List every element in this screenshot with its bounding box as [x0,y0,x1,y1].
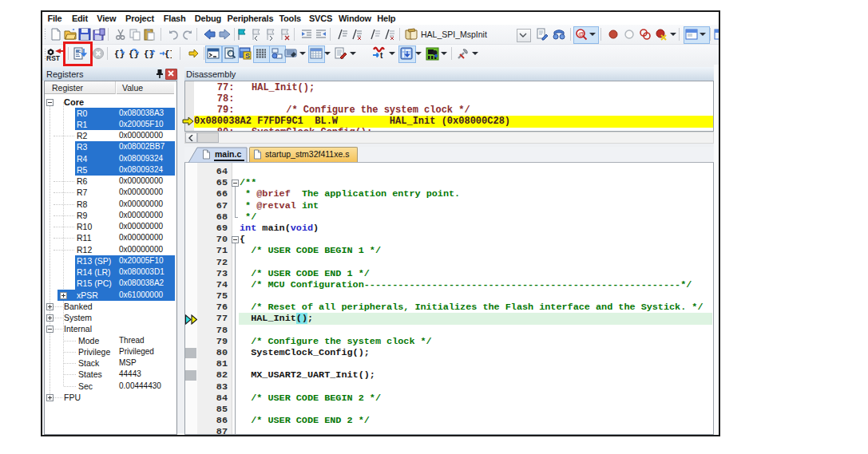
svg-text:S: S [245,52,250,60]
svg-text:{}: {} [164,49,172,59]
svg-text:t: t [380,51,383,60]
svg-text:RST: RST [46,54,61,61]
svg-text:{}: {} [129,49,139,59]
